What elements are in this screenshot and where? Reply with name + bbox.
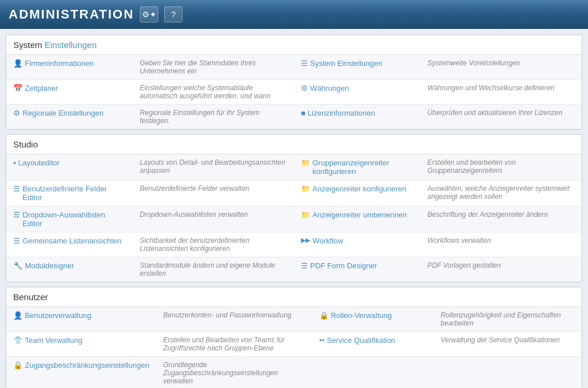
service-qualifikation-link[interactable]: •• Service Qualifikation [319, 336, 427, 345]
table-row: ☰ Dropdown-Auswahllisten Editor Dropdown… [6, 206, 582, 232]
cell-link: ☰ Benutzerdefinierte Felder Editor [6, 180, 133, 206]
layouteditor-link[interactable]: ▪ Layouteditor [13, 158, 126, 167]
cell-link: ☰ Gemeinsame Listenansichten [6, 232, 133, 257]
workflow-link[interactable]: ▶▶ Workflow [301, 237, 414, 245]
moduldesigner-link[interactable]: 🔧 Moduldesigner [13, 261, 126, 270]
lock-icon: 🔒 [319, 311, 329, 320]
settings-icon: ⚙✦ [142, 10, 157, 19]
cell-empty2 [434, 357, 582, 389]
zeitplaner-link[interactable]: 📅 Zeitplaner [13, 84, 126, 93]
folder-icon3: 📁 [301, 210, 310, 219]
cell-desc2: Beschriftung der Anzeigenreiter ändern [420, 206, 582, 232]
cell-link2: 📁 Anzeigenreiter konfigurieren [294, 180, 420, 206]
person-icon2: 👤 [13, 311, 23, 320]
cell-desc2: Workflows verwalten [420, 232, 582, 257]
cell-desc: Layouts von Detail- und Bearbeitungsansi… [133, 154, 294, 180]
help-button[interactable]: ? [164, 6, 183, 23]
table-row: ☰ Benutzerdefinierte Felder Editor Benut… [6, 180, 582, 206]
cell-link2: ☰ PDF Form Designer [294, 257, 420, 282]
table-row: ⚙ Regionale Einstellungen Regionale Eins… [6, 105, 582, 130]
page-title: ADMINISTRATION [9, 7, 134, 22]
cell-empty [312, 357, 434, 389]
cell-link: 👤 Firmeninformationen [6, 55, 133, 80]
benutzer-table: 👤 Benutzerverwaltung Benutzerkonten- und… [6, 307, 582, 388]
main-content: System Einstellungen 👤 Firmeninformation… [0, 29, 588, 388]
currency-icon: ⚙ [301, 84, 308, 93]
cell-link2: ▶▶ Workflow [294, 232, 420, 257]
folder-icon: 📁 [301, 158, 310, 167]
cell-desc: Einstellungen welche Systemabläufe autom… [133, 80, 294, 105]
cell-desc2: Währungen und Wechselkurse definieren [420, 80, 582, 105]
section-header-studio: Studio [6, 135, 582, 154]
cell-link: ⚙ Regionale Einstellungen [6, 105, 133, 130]
cell-link2: ⚙ Währungen [294, 80, 420, 105]
cell-link: ▪ Layouteditor [6, 154, 133, 180]
calendar-icon: 📅 [13, 84, 23, 93]
tshirt-icon: 👕 [13, 336, 23, 345]
cell-desc2: Systemweite Voreinstellungen [420, 55, 582, 80]
globe-icon: ⚙ [13, 109, 20, 117]
benutzerdefinierte-felder-link[interactable]: ☰ Benutzerdefinierte Felder Editor [13, 184, 126, 202]
table-row: 👤 Firmeninformationen Geben Sie hier die… [6, 55, 582, 80]
cell-link: 👕 Team Verwaltung [6, 332, 156, 357]
section-studio: Studio ▪ Layouteditor Layouts von Detail… [6, 134, 582, 282]
folder-icon2: 📁 [301, 184, 310, 193]
zugangsbeschraenkung-link[interactable]: 🔒 Zugangsbeschränkungseinstellungen [13, 361, 149, 369]
settings-button[interactable]: ⚙✦ [140, 6, 158, 23]
team-verwaltung-link[interactable]: 👕 Team Verwaltung [13, 336, 149, 345]
system-table: 👤 Firmeninformationen Geben Sie hier die… [6, 55, 582, 129]
cell-desc2: Rollenzugehörigkeit und Eigenschaften be… [434, 307, 582, 332]
cell-link2: •• Service Qualifikation [312, 332, 434, 357]
table-row: ☰ Gemeinsame Listenansichten Sichtbarkei… [6, 232, 582, 257]
section-benutzer: Benutzer 👤 Benutzerverwaltung Benutzerko… [6, 287, 582, 388]
cell-link2: ☰ System Einstellungen [294, 55, 420, 80]
cell-link2: ■ Lizenzinformationen [294, 105, 420, 130]
table-row: 🔧 Moduldesigner Standardmodule ändern un… [6, 257, 582, 282]
cell-link: ☰ Dropdown-Auswahllisten Editor [6, 206, 133, 232]
list-icon: ☰ [301, 59, 308, 68]
cell-desc: Standardmodule ändern und eigene Module … [133, 257, 294, 282]
cell-desc2: Erstellen und bearbeiten von Gruppenanze… [420, 154, 582, 180]
cell-link: 📅 Zeitplaner [6, 80, 133, 105]
anzeigenreiter-umbenennen-link[interactable]: 📁 Anzeigenreiter umbenennen [301, 210, 414, 219]
help-icon: ? [171, 10, 176, 19]
cell-link: 🔧 Moduldesigner [6, 257, 133, 282]
cell-desc: Sichtbarkeit der benutzerdefinierten Lis… [133, 232, 294, 257]
list-icon2: ☰ [13, 210, 20, 219]
list-icon: ☰ [13, 184, 20, 193]
person-icon: 👤 [13, 59, 23, 68]
gemeinsame-listenansichten-link[interactable]: ☰ Gemeinsame Listenansichten [13, 237, 126, 245]
table-row: 👕 Team Verwaltung Erstellen und Bearbeit… [6, 332, 582, 357]
section-header-system: System Einstellungen [6, 35, 582, 55]
firmeninformationen-link[interactable]: 👤 Firmeninformationen [13, 59, 126, 68]
cell-desc2: Überprüfen und aktualisieren Ihrer Lizen… [420, 105, 582, 130]
pdf-form-designer-link[interactable]: ☰ PDF Form Designer [301, 261, 414, 270]
list-icon3: ☰ [13, 237, 20, 245]
table-row: ▪ Layouteditor Layouts von Detail- und B… [6, 154, 582, 180]
table-row: 👤 Benutzerverwaltung Benutzerkonten- und… [6, 307, 582, 332]
cell-link2: 📁 Anzeigenreiter umbenennen [294, 206, 420, 232]
anzeigenreiter-konfigurieren-link[interactable]: 📁 Anzeigenreiter konfigurieren [301, 184, 414, 193]
cell-desc: Geben Sie hier die Stammdaten Ihres Unte… [133, 55, 294, 80]
license-icon: ■ [301, 109, 306, 117]
table-row: 📅 Zeitplaner Einstellungen welche System… [6, 80, 582, 105]
rollen-verwaltung-link[interactable]: 🔒 Rollen-Verwaltung [319, 311, 427, 320]
lizenzinformationen-link[interactable]: ■ Lizenzinformationen [301, 109, 414, 117]
header: ADMINISTRATION ⚙✦ ? [0, 0, 588, 29]
cell-desc: Benutzerdefinierte Felder verwalten [133, 180, 294, 206]
cell-desc: Erstellen und Bearbeiten von Teams für Z… [156, 332, 312, 357]
layout-icon: ▪ [13, 158, 16, 167]
pdf-icon: ☰ [301, 261, 308, 270]
dots-icon: •• [319, 336, 325, 345]
waehrungen-link[interactable]: ⚙ Währungen [301, 84, 414, 93]
gruppenanzeigenreiter-link[interactable]: 📁 Gruppenanzeigenreiter konfigurieren [301, 158, 414, 176]
dropdown-auswahllisten-link[interactable]: ☰ Dropdown-Auswahllisten Editor [13, 210, 126, 228]
section-system-einstellungen: System Einstellungen 👤 Firmeninformation… [6, 35, 582, 130]
system-einstellungen-link[interactable]: ☰ System Einstellungen [301, 59, 414, 68]
wrench-icon: 🔧 [13, 261, 23, 270]
regionale-einstellungen-link[interactable]: ⚙ Regionale Einstellungen [13, 109, 126, 117]
benutzerverwaltung-link[interactable]: 👤 Benutzerverwaltung [13, 311, 149, 320]
cell-link2: 🔒 Rollen-Verwaltung [312, 307, 434, 332]
arrow-right-icon: ▶▶ [301, 237, 310, 244]
cell-link2: 📁 Gruppenanzeigenreiter konfigurieren [294, 154, 420, 180]
